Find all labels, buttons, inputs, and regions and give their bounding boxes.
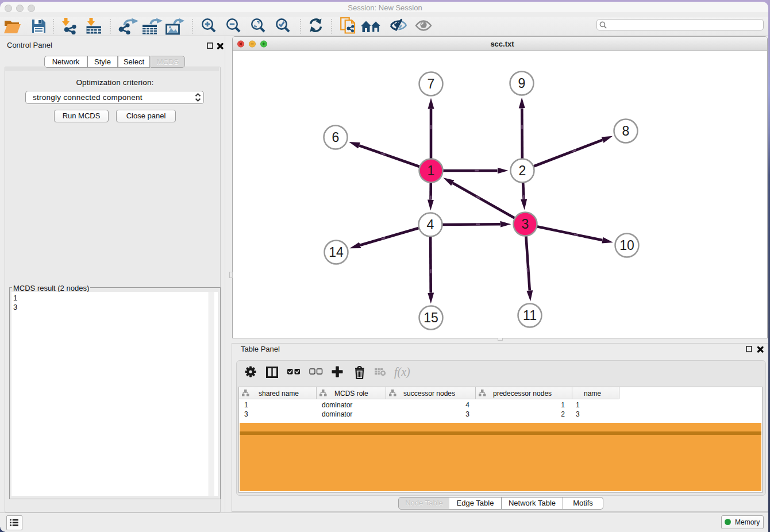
svg-text:10: 10 [619, 238, 634, 253]
svg-text:f(x): f(x) [394, 365, 410, 379]
svg-text:1: 1 [428, 163, 435, 178]
svg-text:8: 8 [622, 124, 630, 138]
svg-text:4: 4 [427, 217, 434, 232]
svg-text:3: 3 [522, 217, 529, 232]
svg-text:9: 9 [518, 76, 526, 91]
svg-text:15: 15 [424, 310, 438, 325]
svg-text:7: 7 [428, 76, 435, 91]
svg-text:6: 6 [332, 130, 340, 145]
svg-text:11: 11 [523, 308, 537, 323]
svg-text:14: 14 [329, 245, 344, 260]
svg-text:2: 2 [519, 163, 526, 178]
